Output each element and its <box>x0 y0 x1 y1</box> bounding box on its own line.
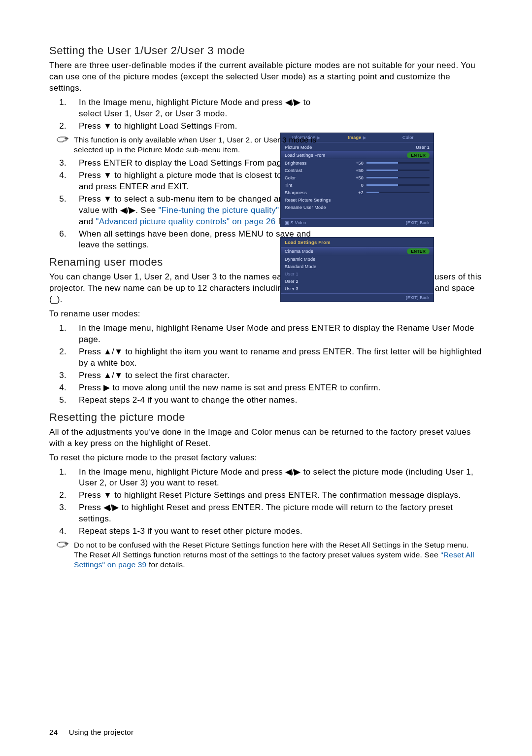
osd-foot-exit: (EXIT) Back <box>406 220 430 225</box>
osd2-opt-user3: User 3 <box>285 286 344 291</box>
hand-point-icon <box>55 134 70 144</box>
intro-user-modes: There are three user-definable modes if … <box>49 60 483 94</box>
rename-step-1: In the Image menu, highlight Rename User… <box>69 323 483 345</box>
page-footer: 24 Using the projector <box>49 728 133 736</box>
osd-row-color: Color <box>285 175 344 180</box>
osd-stack: Information▶ Image▶ Color Picture ModeUs… <box>281 133 433 312</box>
osd-row-tint: Tint <box>285 183 344 188</box>
reset-step-2: Press ▼ to highlight Reset Picture Setti… <box>69 490 483 501</box>
tint-slider <box>366 184 430 186</box>
color-slider <box>366 177 430 178</box>
link-advanced-controls[interactable]: "Advanced picture quality controls" on p… <box>96 217 275 226</box>
sharpness-slider <box>366 192 430 193</box>
brightness-slider <box>366 162 430 164</box>
osd-foot-source: ▣ S-Video <box>285 220 306 225</box>
lead-resetting: To reset the picture mode to the preset … <box>49 452 483 464</box>
osd2-enter-pill: ENTER <box>407 248 430 254</box>
heading-resetting: Resetting the picture mode <box>49 411 483 424</box>
osd-row-sharpness: Sharpness <box>285 190 344 195</box>
reset-step-3: Press ◀/▶ to highlight Reset and press E… <box>69 502 483 525</box>
intro-resetting: All of the adjustments you've done in th… <box>49 427 483 449</box>
osd-tab-color: Color <box>383 133 433 142</box>
osd2-opt-user2: User 2 <box>285 279 344 284</box>
heading-user-modes: Setting the User 1/User 2/User 3 mode <box>49 44 483 57</box>
osd-row-rename: Rename User Mode <box>285 205 344 210</box>
contrast-slider <box>366 170 430 171</box>
osd2-opt-standard: Standard Mode <box>285 264 344 269</box>
step-1: In the Image menu, highlight Picture Mod… <box>69 97 330 120</box>
note-user-mode-availability: This function is only available when Use… <box>74 135 335 155</box>
osd-load-settings-menu: Load Settings From Cinema ModeENTER Dyna… <box>281 238 433 302</box>
hand-point-icon <box>55 539 70 549</box>
osd2-opt-cinema: Cinema Mode <box>285 249 344 254</box>
page-number: 24 <box>49 728 58 736</box>
osd-enter-pill: ENTER <box>407 152 430 158</box>
note-reset-confusion: Do not to be confused with the Reset Pic… <box>74 540 483 570</box>
osd2-opt-dynamic: Dynamic Mode <box>285 257 344 262</box>
step-2: Press ▼ to highlight Load Settings From. <box>69 121 330 132</box>
chapter-title: Using the projector <box>69 728 134 736</box>
osd-row-brightness: Brightness <box>285 161 344 166</box>
osd-row-reset: Reset Picture Settings <box>285 198 344 203</box>
reset-step-4: Repeat steps 1-3 if you want to reset ot… <box>69 526 483 537</box>
rename-step-4: Press ▶ to move along until the new name… <box>69 382 483 394</box>
rename-step-3: Press ▲/▼ to select the first character. <box>69 370 483 381</box>
osd-row-contrast: Contrast <box>285 168 344 173</box>
osd2-title: Load Settings From <box>281 238 433 246</box>
osd2-opt-user1: User 1 <box>285 272 344 276</box>
rename-step-5: Repeat steps 2-4 if you want to change t… <box>69 395 483 406</box>
osd-tab-image: Image▶ <box>332 133 382 142</box>
rename-step-2: Press ▲/▼ to highlight the item you want… <box>69 346 483 369</box>
osd2-foot-exit: (EXIT) Back <box>406 295 430 300</box>
osd-row-picture-mode-value: User 1 <box>416 145 430 150</box>
reset-step-1: In the Image menu, highlight Picture Mod… <box>69 467 483 489</box>
